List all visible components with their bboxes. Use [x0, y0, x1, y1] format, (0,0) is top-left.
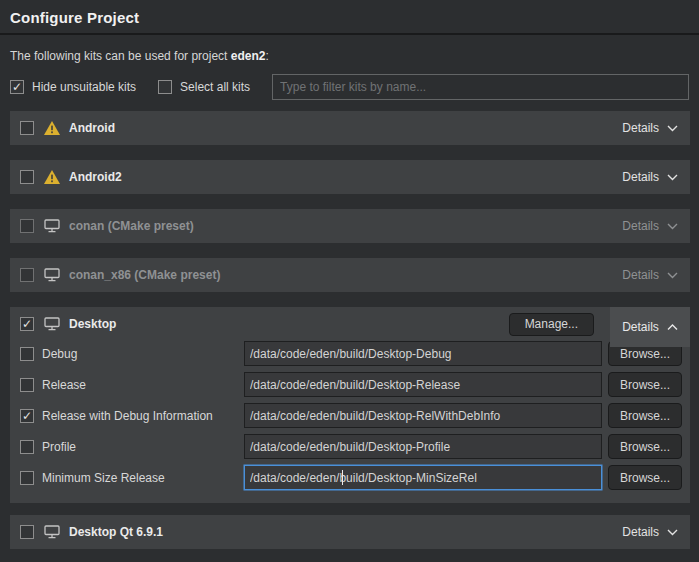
- kit-row-conan-x86[interactable]: conan_x86 (CMake preset) Details: [10, 258, 690, 292]
- details-toggle: Details: [620, 268, 680, 282]
- kit-name: Android: [69, 121, 115, 135]
- path-field-wrap: [244, 372, 602, 397]
- build-dir-input-debug[interactable]: [244, 341, 602, 366]
- warning-icon: [44, 121, 60, 135]
- project-name: eden2: [231, 49, 266, 63]
- subtitle-colon: :: [265, 49, 268, 63]
- chevron-down-icon: [667, 125, 678, 132]
- chevron-down-icon: [667, 529, 678, 536]
- chevron-down-icon: [667, 272, 678, 279]
- path-field-wrap: [244, 465, 602, 490]
- kit-checkbox[interactable]: [20, 121, 34, 135]
- chevron-down-icon: [667, 174, 678, 181]
- config-row-minsizerel: Minimum Size Release Browse...: [20, 465, 682, 490]
- desktop-monitor-icon: [44, 317, 60, 331]
- kit-filter-controls: ✓ Hide unsuitable kits Select all kits: [10, 74, 689, 100]
- build-dir-input-release[interactable]: [244, 372, 602, 397]
- build-dir-input-relwithdebinfo[interactable]: [244, 403, 602, 428]
- config-label: Minimum Size Release: [42, 471, 234, 485]
- build-dir-input-minsizerel[interactable]: [244, 465, 602, 490]
- path-field-wrap: [244, 403, 602, 428]
- browse-button[interactable]: Browse...: [608, 372, 682, 397]
- kit-checkbox[interactable]: [20, 170, 34, 184]
- kit-row-android[interactable]: Android Details: [10, 111, 690, 145]
- desktop-monitor-icon: [44, 219, 60, 233]
- kit-list: Android Details Android2 Details conan (…: [0, 111, 699, 549]
- config-label: Debug: [42, 347, 234, 361]
- browse-button[interactable]: Browse...: [608, 465, 682, 490]
- config-checkbox[interactable]: ✓: [20, 409, 34, 423]
- hide-unsuitable-label: Hide unsuitable kits: [32, 80, 136, 94]
- config-checkbox[interactable]: [20, 471, 34, 485]
- select-all-kits-option[interactable]: Select all kits: [158, 80, 250, 94]
- desktop-monitor-icon: [44, 268, 60, 282]
- config-label: Release with Debug Information: [42, 409, 234, 423]
- kit-name: Android2: [69, 170, 122, 184]
- kit-row-android2[interactable]: Android2 Details: [10, 160, 690, 194]
- kit-name: Desktop: [69, 317, 116, 331]
- config-row-profile: Profile Browse...: [20, 434, 682, 459]
- details-toggle-area[interactable]: Details: [610, 307, 690, 347]
- browse-button[interactable]: Browse...: [608, 434, 682, 459]
- select-all-label: Select all kits: [180, 80, 250, 94]
- kit-checkbox[interactable]: [20, 268, 34, 282]
- kit-panel-desktop: Details ✓ Desktop Manage... Debug Browse…: [10, 307, 690, 503]
- text-cursor: [342, 470, 343, 485]
- browse-button[interactable]: Browse...: [608, 403, 682, 428]
- subtitle-text: The following kits can be used for proje…: [10, 49, 231, 63]
- chevron-down-icon: [667, 223, 678, 230]
- page-header: Configure Project: [0, 0, 699, 35]
- select-all-checkbox[interactable]: [158, 80, 172, 94]
- config-row-release: Release Browse...: [20, 372, 682, 397]
- details-label: Details: [622, 268, 659, 282]
- kit-row-desktop-qt[interactable]: Desktop Qt 6.9.1 Details: [10, 515, 690, 549]
- config-row-relwithdebinfo: ✓ Release with Debug Information Browse.…: [20, 403, 682, 428]
- kit-checkbox[interactable]: ✓: [20, 317, 34, 331]
- details-label: Details: [622, 219, 659, 233]
- kit-name: conan_x86 (CMake preset): [69, 268, 220, 282]
- kit-name: Desktop Qt 6.9.1: [69, 525, 163, 539]
- details-label: Details: [622, 121, 659, 135]
- config-checkbox[interactable]: [20, 440, 34, 454]
- desktop-monitor-icon: [44, 525, 60, 539]
- page-title: Configure Project: [10, 9, 689, 26]
- config-label: Profile: [42, 440, 234, 454]
- kit-name: conan (CMake preset): [69, 219, 194, 233]
- details-toggle[interactable]: Details: [620, 121, 680, 135]
- details-toggle[interactable]: Details: [620, 525, 680, 539]
- manage-kits-button[interactable]: Manage...: [509, 313, 594, 336]
- kit-row-desktop[interactable]: ✓ Desktop Manage...: [10, 307, 690, 341]
- hide-unsuitable-kits-option[interactable]: ✓ Hide unsuitable kits: [10, 80, 136, 94]
- config-label: Release: [42, 378, 234, 392]
- chevron-up-icon: [667, 324, 678, 331]
- details-label: Details: [622, 525, 659, 539]
- warning-icon: [44, 170, 60, 184]
- config-checkbox[interactable]: [20, 378, 34, 392]
- kit-row-conan[interactable]: conan (CMake preset) Details: [10, 209, 690, 243]
- details-label: Details: [622, 320, 659, 334]
- details-toggle[interactable]: Details: [620, 320, 680, 334]
- path-field-wrap: [244, 434, 602, 459]
- details-toggle[interactable]: Details: [620, 170, 680, 184]
- kits-subtitle: The following kits can be used for proje…: [10, 49, 689, 63]
- build-dir-input-profile[interactable]: [244, 434, 602, 459]
- config-row-debug: Debug Browse...: [20, 341, 682, 366]
- details-label: Details: [622, 170, 659, 184]
- kit-checkbox[interactable]: [20, 525, 34, 539]
- path-field-wrap: [244, 341, 602, 366]
- hide-unsuitable-checkbox[interactable]: ✓: [10, 80, 24, 94]
- kit-checkbox[interactable]: [20, 219, 34, 233]
- config-checkbox[interactable]: [20, 347, 34, 361]
- details-toggle: Details: [620, 219, 680, 233]
- kit-filter-input[interactable]: [272, 74, 689, 100]
